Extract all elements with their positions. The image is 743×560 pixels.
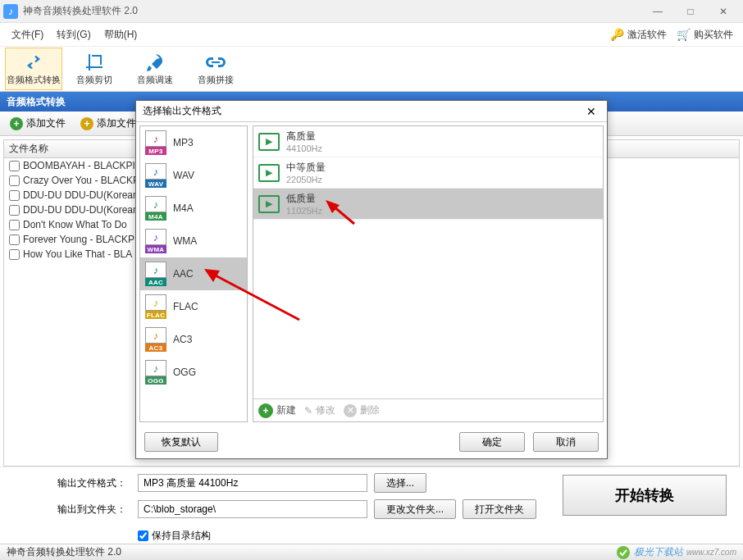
add-folder-button[interactable]: + 添加文件 bbox=[75, 114, 141, 133]
plus-folder-icon: + bbox=[80, 117, 93, 130]
output-folder-input[interactable] bbox=[138, 500, 367, 518]
format-item-m4a[interactable]: ♪M4AM4A bbox=[140, 192, 247, 225]
tool-label: 音频拼接 bbox=[198, 74, 234, 86]
close-button[interactable]: ✕ bbox=[707, 0, 740, 23]
file-name: Crazy Over You - BLACKP bbox=[23, 175, 139, 186]
output-format-label: 输出文件格式： bbox=[57, 476, 131, 490]
preserve-checkbox-input[interactable] bbox=[138, 530, 148, 541]
tool-label: 音频格式转换 bbox=[7, 74, 61, 86]
preserve-dir-checkbox[interactable]: 保持目录结构 bbox=[138, 529, 211, 543]
dialog-close-button[interactable]: ✕ bbox=[582, 102, 600, 121]
tool-audio-speed[interactable]: 音频调速 bbox=[126, 48, 184, 90]
wav-icon: ♪WAV bbox=[145, 163, 166, 188]
crop-icon bbox=[85, 52, 103, 72]
flac-icon: ♪FLAC bbox=[145, 294, 166, 319]
file-name: How You Like That - BLA bbox=[23, 248, 132, 260]
format-item-wav[interactable]: ♪WAVWAV bbox=[140, 159, 247, 192]
select-button[interactable]: 选择... bbox=[374, 473, 426, 493]
quality-list: ▶高质量44100Hz▶中等质量22050Hz▶低质量11025Hz bbox=[253, 126, 603, 398]
quality-name: 中等质量 bbox=[286, 161, 326, 175]
format-item-flac[interactable]: ♪FLACFLAC bbox=[140, 290, 247, 323]
format-item-mp3[interactable]: ♪MP3MP3 bbox=[140, 126, 247, 159]
format-list: ♪MP3MP3♪WAVWAV♪M4AM4A♪WMAWMA♪AACAAC♪FLAC… bbox=[139, 125, 248, 422]
ok-button[interactable]: 确定 bbox=[459, 432, 525, 452]
menu-goto[interactable]: 转到(G) bbox=[50, 25, 97, 45]
menu-file[interactable]: 文件(F) bbox=[5, 25, 50, 45]
quality-hz: 22050Hz bbox=[286, 175, 326, 184]
edit-quality-button[interactable]: ✎ 修改 bbox=[304, 403, 335, 417]
format-item-aac[interactable]: ♪AACAAC bbox=[140, 257, 247, 290]
format-item-ogg[interactable]: ♪OGGOGG bbox=[140, 356, 247, 389]
quality-hz: 11025Hz bbox=[286, 206, 322, 216]
file-name: Forever Young - BLACKP bbox=[23, 234, 134, 245]
maximize-button[interactable]: □ bbox=[674, 0, 707, 23]
quality-panel: ▶高质量44100Hz▶中等质量22050Hz▶低质量11025Hz + 新建 … bbox=[253, 125, 604, 422]
change-folder-button[interactable]: 更改文件夹... bbox=[374, 499, 456, 519]
file-checkbox[interactable] bbox=[9, 234, 20, 245]
format-label: WMA bbox=[173, 235, 197, 247]
delete-label: 删除 bbox=[360, 403, 380, 417]
format-label: WAV bbox=[173, 170, 194, 181]
quality-item[interactable]: ▶中等质量22050Hz bbox=[253, 157, 603, 189]
dialog-title: 选择输出文件格式 bbox=[143, 104, 582, 118]
window-title: 神奇音频转换处理软件 2.0 bbox=[23, 4, 641, 18]
file-checkbox[interactable] bbox=[9, 205, 20, 216]
restore-default-button[interactable]: 恢复默认 bbox=[144, 432, 218, 452]
add-folder-label: 添加文件 bbox=[97, 116, 136, 130]
file-checkbox[interactable] bbox=[9, 220, 20, 230]
format-label: FLAC bbox=[173, 301, 198, 312]
plus-icon: + bbox=[10, 117, 23, 130]
ac3-icon: ♪AC3 bbox=[145, 327, 166, 352]
format-label: AAC bbox=[173, 268, 194, 280]
titlebar: ♪ 神奇音频转换处理软件 2.0 — □ ✕ bbox=[0, 0, 743, 23]
aac-icon: ♪AAC bbox=[145, 262, 166, 286]
plus-icon: + bbox=[258, 403, 273, 418]
tool-audio-cut[interactable]: 音频剪切 bbox=[66, 48, 123, 90]
output-folder-label: 输出到文件夹： bbox=[57, 503, 131, 517]
file-checkbox[interactable] bbox=[9, 249, 20, 260]
brand-url: www.xz7.com bbox=[686, 548, 736, 557]
menu-help[interactable]: 帮助(H) bbox=[98, 25, 144, 45]
format-label: M4A bbox=[173, 203, 194, 214]
quality-item[interactable]: ▶低质量11025Hz bbox=[253, 189, 603, 220]
file-checkbox[interactable] bbox=[9, 190, 20, 201]
output-format-input[interactable] bbox=[138, 474, 367, 492]
tool-format-convert[interactable]: 音频格式转换 bbox=[5, 48, 62, 90]
file-name: DDU-DU DDU-DU(Korean bbox=[23, 189, 139, 201]
new-quality-button[interactable]: + 新建 bbox=[258, 403, 296, 418]
bottom-panel: 输出文件格式： 选择... 输出到文件夹： 更改文件夹... 打开文件夹 保持目… bbox=[0, 467, 743, 544]
brand-logo: 极光下载站 www.xz7.com bbox=[616, 545, 736, 560]
add-file-button[interactable]: + 添加文件 bbox=[5, 114, 71, 133]
minimize-button[interactable]: — bbox=[641, 0, 674, 23]
convert-icon bbox=[24, 52, 43, 72]
play-icon: ▶ bbox=[258, 133, 280, 151]
preserve-label: 保持目录结构 bbox=[152, 529, 211, 543]
dialog-footer: 恢复默认 确定 取消 bbox=[136, 426, 607, 458]
key-icon: 🔑 bbox=[610, 28, 624, 41]
quality-item[interactable]: ▶高质量44100Hz bbox=[253, 126, 603, 157]
start-convert-button[interactable]: 开始转换 bbox=[563, 475, 727, 516]
format-label: MP3 bbox=[173, 137, 194, 148]
open-folder-button[interactable]: 打开文件夹 bbox=[463, 499, 536, 519]
activate-link[interactable]: 🔑 激活软件 bbox=[605, 28, 672, 42]
select-format-dialog: 选择输出文件格式 ✕ ♪MP3MP3♪WAVWAV♪M4AM4A♪WMAWMA♪… bbox=[135, 100, 608, 459]
cancel-button[interactable]: 取消 bbox=[533, 432, 599, 452]
ogg-icon: ♪OGG bbox=[145, 360, 166, 385]
quality-hz: 44100Hz bbox=[286, 143, 322, 153]
file-checkbox[interactable] bbox=[9, 175, 20, 186]
quality-name: 低质量 bbox=[286, 192, 322, 206]
tool-label: 音频剪切 bbox=[76, 74, 112, 86]
cart-icon: 🛒 bbox=[677, 28, 691, 41]
dialog-titlebar: 选择输出文件格式 ✕ bbox=[136, 101, 607, 122]
rocket-icon bbox=[146, 52, 164, 72]
format-item-ac3[interactable]: ♪AC3AC3 bbox=[140, 323, 247, 356]
delete-quality-button[interactable]: ✕ 删除 bbox=[344, 403, 380, 417]
quality-actions: + 新建 ✎ 修改 ✕ 删除 bbox=[253, 398, 603, 421]
tool-audio-join[interactable]: 音频拼接 bbox=[187, 48, 244, 90]
file-checkbox[interactable] bbox=[9, 161, 20, 171]
buy-link[interactable]: 🛒 购买软件 bbox=[672, 28, 738, 42]
x-icon: ✕ bbox=[344, 404, 357, 417]
format-item-wma[interactable]: ♪WMAWMA bbox=[140, 225, 247, 257]
new-label: 新建 bbox=[276, 403, 296, 417]
edit-label: 修改 bbox=[316, 403, 335, 417]
